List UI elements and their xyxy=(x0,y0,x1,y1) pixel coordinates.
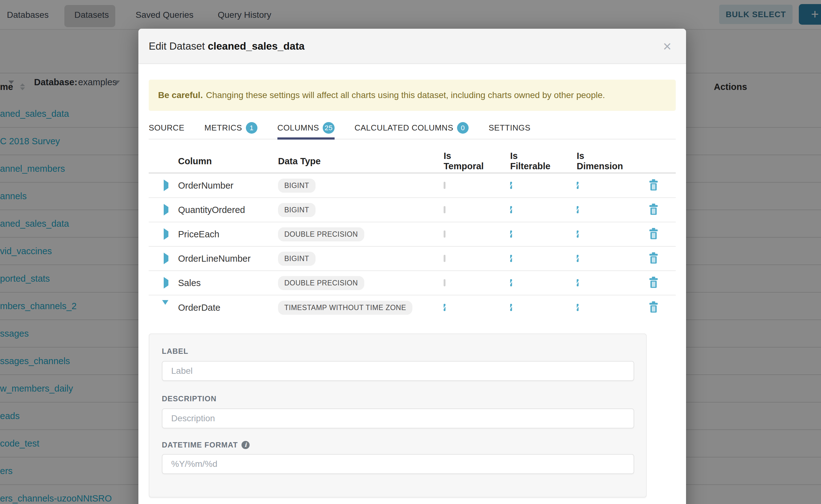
columns-table-header: Column Data Type Is Temporal Is Filterab… xyxy=(149,150,676,174)
label-field-heading: LABEL xyxy=(162,347,634,356)
data-type-pill: BIGINT xyxy=(278,252,315,266)
columns-count-badge: 25 xyxy=(323,122,334,134)
expand-caret-icon[interactable] xyxy=(164,253,168,264)
data-type-pill: DOUBLE PRECISION xyxy=(278,227,364,241)
tab-calculated-columns[interactable]: CALCULATED COLUMNS 0 xyxy=(354,117,469,139)
trash-icon xyxy=(649,301,659,313)
column-row: OrderLineNumber BIGINT xyxy=(149,247,676,271)
column-row: Sales DOUBLE PRECISION xyxy=(149,271,676,295)
is-dimension-checkbox[interactable] xyxy=(577,206,579,213)
column-row: QuantityOrdered BIGINT xyxy=(149,198,676,222)
modal-body: Be careful. Changing these settings will… xyxy=(138,80,686,497)
column-name: PriceEach xyxy=(178,229,278,240)
expand-caret-icon[interactable] xyxy=(164,204,168,215)
is-temporal-checkbox[interactable] xyxy=(444,304,446,311)
is-temporal-checkbox[interactable] xyxy=(444,182,446,189)
delete-column-button[interactable] xyxy=(649,204,659,215)
header-is-filterable: Is Filterable xyxy=(492,151,558,171)
header-is-dimension: Is Dimension xyxy=(558,151,625,171)
modal-header: Edit Dataset cleaned_sales_data × xyxy=(138,29,686,64)
label-input[interactable] xyxy=(162,361,634,381)
columns-table-body: OrderNumber BIGINT xyxy=(149,174,676,320)
trash-icon xyxy=(649,228,659,239)
is-temporal-checkbox[interactable] xyxy=(444,279,446,286)
column-name: OrderLineNumber xyxy=(178,254,278,264)
datetime-format-field-heading: DATETIME FORMAT i xyxy=(162,440,634,450)
delete-column-button[interactable] xyxy=(649,228,659,239)
column-row: PriceEach DOUBLE PRECISION xyxy=(149,222,676,247)
trash-icon xyxy=(649,179,659,190)
modal-title: Edit Dataset cleaned_sales_data xyxy=(149,40,304,52)
delete-column-button[interactable] xyxy=(649,277,659,288)
warning-banner: Be careful. Changing these settings will… xyxy=(149,80,676,111)
trash-icon xyxy=(649,277,659,288)
header-data-type: Data Type xyxy=(278,156,425,166)
is-filterable-checkbox[interactable] xyxy=(510,255,512,262)
delete-column-button[interactable] xyxy=(649,301,659,313)
trash-icon xyxy=(649,204,659,215)
column-name: OrderDate xyxy=(178,303,278,313)
tab-columns[interactable]: COLUMNS 25 xyxy=(277,117,334,139)
description-field-heading: DESCRIPTION xyxy=(162,394,634,403)
data-type-pill: DOUBLE PRECISION xyxy=(278,276,364,290)
is-filterable-checkbox[interactable] xyxy=(510,206,512,213)
modal-dataset-name: cleaned_sales_data xyxy=(208,40,304,52)
expand-caret-icon[interactable] xyxy=(164,277,168,289)
description-input[interactable] xyxy=(162,408,634,428)
is-filterable-checkbox[interactable] xyxy=(510,230,512,238)
header-column: Column xyxy=(178,156,278,166)
calculated-columns-count-badge: 0 xyxy=(457,122,469,134)
app-root: Databases Datasets Saved Queries Query H… xyxy=(0,0,821,504)
warning-bold: Be careful. xyxy=(158,90,203,100)
metrics-count-badge: 1 xyxy=(246,122,257,134)
column-row: OrderNumber BIGINT xyxy=(149,174,676,198)
info-icon[interactable]: i xyxy=(241,441,250,449)
column-editor-panel: LABEL DESCRIPTION DATETIME FORMAT i xyxy=(149,334,647,497)
is-filterable-checkbox[interactable] xyxy=(510,182,512,189)
trash-icon xyxy=(649,252,659,264)
warning-text: Changing these settings will affect all … xyxy=(206,90,605,100)
is-filterable-checkbox[interactable] xyxy=(510,279,512,286)
datetime-format-input[interactable] xyxy=(162,454,634,474)
tab-source[interactable]: SOURCE xyxy=(149,117,184,139)
is-temporal-checkbox[interactable] xyxy=(444,206,446,213)
is-filterable-checkbox[interactable] xyxy=(510,304,512,311)
is-dimension-checkbox[interactable] xyxy=(577,304,579,311)
delete-column-button[interactable] xyxy=(649,252,659,264)
is-dimension-checkbox[interactable] xyxy=(577,255,579,262)
data-type-pill: BIGINT xyxy=(278,203,315,217)
expand-caret-icon[interactable] xyxy=(162,300,168,310)
tab-bar: SOURCE METRICS 1 COLUMNS 25 CALCULATED C… xyxy=(149,117,676,140)
modal-title-prefix: Edit Dataset xyxy=(149,40,205,52)
is-temporal-checkbox[interactable] xyxy=(444,255,446,262)
column-name: QuantityOrdered xyxy=(178,205,278,215)
delete-column-button[interactable] xyxy=(649,179,659,190)
is-dimension-checkbox[interactable] xyxy=(577,230,579,238)
is-temporal-checkbox[interactable] xyxy=(444,230,446,238)
close-icon[interactable]: × xyxy=(663,39,671,53)
tab-settings[interactable]: SETTINGS xyxy=(489,117,531,139)
column-name: OrderNumber xyxy=(178,180,278,191)
edit-dataset-modal: Edit Dataset cleaned_sales_data × Be car… xyxy=(138,29,686,504)
expand-caret-icon[interactable] xyxy=(164,228,168,240)
is-dimension-checkbox[interactable] xyxy=(577,182,579,189)
column-name: Sales xyxy=(178,278,278,288)
tab-metrics[interactable]: METRICS 1 xyxy=(204,117,257,139)
header-is-temporal: Is Temporal xyxy=(425,151,492,171)
column-row: OrderDate TIMESTAMP WITHOUT TIME ZONE xyxy=(149,295,676,320)
data-type-pill: TIMESTAMP WITHOUT TIME ZONE xyxy=(278,301,413,315)
is-dimension-checkbox[interactable] xyxy=(577,279,579,286)
expand-caret-icon[interactable] xyxy=(164,180,168,191)
data-type-pill: BIGINT xyxy=(278,179,315,193)
